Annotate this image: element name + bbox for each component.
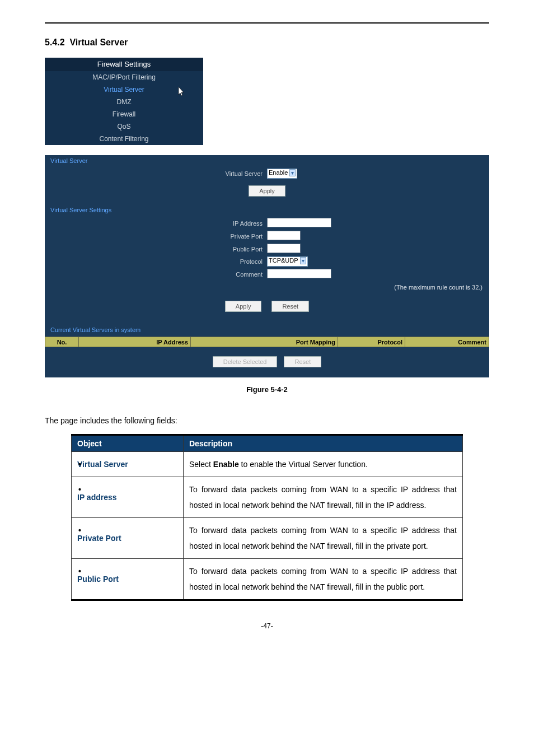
vs-apply-button[interactable]: Apply (249, 185, 285, 197)
cursor-icon (176, 86, 186, 99)
desc-text: To forward data packets coming from WAN … (184, 477, 463, 518)
vs-proto-label: Protocol (54, 258, 267, 265)
desc-header-object: Object (72, 435, 184, 452)
section-number: 5.4.2 (45, 38, 65, 47)
section-heading: 5.4.2 Virtual Server (45, 38, 489, 48)
nav-item-qos[interactable]: QoS (45, 120, 203, 133)
th-no: No. (45, 337, 79, 347)
description-table: Object Description Virtual ServerSelect … (71, 434, 463, 601)
th-ip: IP Address (79, 337, 191, 347)
vs-proto-value: TCP&UDP (269, 257, 298, 264)
vs-settings-reset-button[interactable]: Reset (271, 301, 309, 312)
vs-title-main: Virtual Server (45, 155, 489, 167)
desc-object: Public Port (72, 559, 184, 600)
vs-ip-input[interactable] (267, 218, 331, 227)
vs-priv-input[interactable] (267, 231, 301, 240)
vs-title-settings: Virtual Server Settings (45, 204, 489, 217)
firewall-nav-panel: Firewall Settings MAC/IP/Port FilteringV… (45, 58, 203, 145)
nav-item-mac-ip-port-filtering[interactable]: MAC/IP/Port Filtering (45, 71, 203, 83)
desc-object: Virtual Server (72, 452, 184, 477)
chevron-down-icon: ▾ (289, 169, 296, 176)
desc-text: Select Enable to enable the Virtual Serv… (184, 452, 463, 477)
vs-enable-value: Enable (269, 169, 288, 176)
th-port: Port Mapping (191, 337, 338, 347)
vs-proto-select[interactable]: TCP&UDP▾ (267, 256, 308, 267)
vs-pub-label: Public Port (54, 246, 267, 253)
vs-enable-label: Virtual Server (54, 170, 267, 177)
vs-comment-label: Comment (54, 271, 267, 278)
vs-current-table: No. IP Address Port Mapping Protocol Com… (45, 337, 489, 347)
desc-text: To forward data packets coming from WAN … (184, 559, 463, 600)
nav-header: Firewall Settings (45, 58, 203, 71)
vs-delete-selected-button[interactable]: Delete Selected (213, 356, 278, 367)
nav-item-firewall[interactable]: Firewall (45, 108, 203, 120)
vs-current-reset-button[interactable]: Reset (284, 356, 321, 367)
vs-max-note: (The maximum rule count is 32.) (45, 281, 489, 296)
desc-header-description: Description (184, 435, 463, 452)
desc-text: To forward data packets coming from WAN … (184, 518, 463, 559)
desc-object: IP address (72, 477, 184, 518)
vs-comment-input[interactable] (267, 269, 331, 278)
intro-paragraph: The page includes the following fields: (45, 416, 489, 425)
virtual-server-panel: Virtual Server Virtual Server Enable▾ Ap… (45, 155, 489, 377)
vs-priv-label: Private Port (54, 233, 267, 240)
vs-pub-input[interactable] (267, 244, 301, 253)
vs-title-current: Current Virtual Servers in system (45, 324, 489, 337)
chevron-down-icon: ▾ (300, 257, 306, 264)
vs-enable-select[interactable]: Enable▾ (267, 169, 297, 179)
desc-object: Private Port (72, 518, 184, 559)
page-number: -47- (45, 622, 489, 630)
th-proto: Protocol (338, 337, 405, 347)
section-title-text: Virtual Server (69, 38, 128, 47)
th-comment: Comment (405, 337, 489, 347)
nav-item-content-filtering[interactable]: Content Filtering (45, 133, 203, 145)
vs-ip-label: IP Address (54, 220, 267, 227)
page-top-divider (45, 22, 489, 24)
figure-caption: Figure 5-4-2 (45, 385, 489, 394)
vs-settings-apply-button[interactable]: Apply (225, 301, 262, 312)
